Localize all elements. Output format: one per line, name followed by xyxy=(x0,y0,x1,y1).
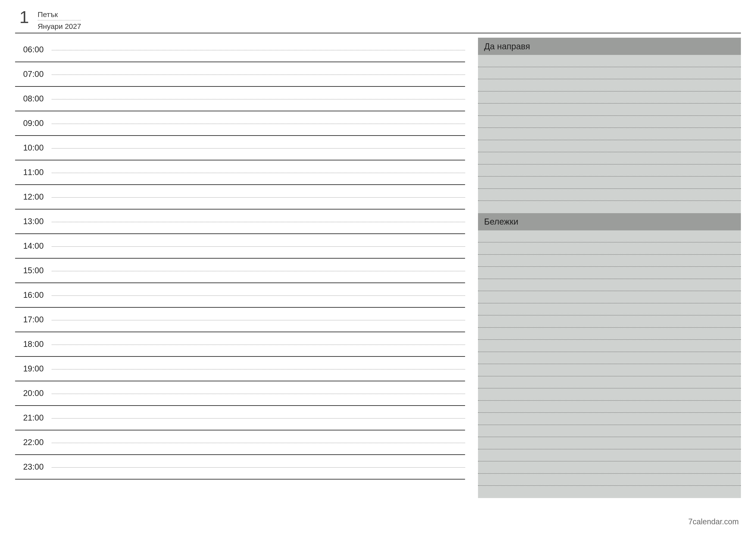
notes-line xyxy=(478,340,741,352)
todo-line xyxy=(478,116,741,128)
hour-writing-line xyxy=(52,344,465,345)
hour-label: 14:00 xyxy=(15,242,52,251)
todo-line xyxy=(478,128,741,140)
notes-line xyxy=(478,486,741,498)
notes-line xyxy=(478,364,741,376)
hour-row: 07:00 xyxy=(15,62,465,87)
hour-row: 20:00 xyxy=(15,381,465,406)
hour-row: 19:00 xyxy=(15,357,465,381)
hour-label: 16:00 xyxy=(15,291,52,300)
hour-label: 11:00 xyxy=(15,168,52,177)
todo-line xyxy=(478,55,741,67)
hour-row: 15:00 xyxy=(15,259,465,283)
hour-label: 17:00 xyxy=(15,315,52,324)
hour-row: 22:00 xyxy=(15,430,465,455)
date-header: 1 Петък Януари 2027 xyxy=(15,9,741,31)
hour-writing-line xyxy=(52,173,465,173)
todo-line xyxy=(478,177,741,189)
hour-label: 19:00 xyxy=(15,364,52,373)
notes-line xyxy=(478,449,741,462)
notes-line xyxy=(478,255,741,267)
notes-line xyxy=(478,437,741,449)
hour-label: 13:00 xyxy=(15,217,52,226)
todo-line xyxy=(478,140,741,152)
notes-panel: Бележки xyxy=(478,213,741,498)
hour-row: 21:00 xyxy=(15,406,465,430)
month-year-label: Януари 2027 xyxy=(38,20,81,31)
hour-row: 11:00 xyxy=(15,161,465,185)
hour-row: 13:00 xyxy=(15,210,465,234)
hour-writing-line xyxy=(52,443,465,443)
notes-line xyxy=(478,291,741,303)
hour-writing-line xyxy=(52,246,465,247)
hour-writing-line xyxy=(52,99,465,99)
todo-line xyxy=(478,104,741,116)
notes-lines xyxy=(478,230,741,498)
notes-line xyxy=(478,242,741,255)
hour-writing-line xyxy=(52,369,465,369)
hour-label: 06:00 xyxy=(15,45,52,54)
notes-line xyxy=(478,401,741,413)
todo-line xyxy=(478,152,741,165)
hour-writing-line xyxy=(52,197,465,198)
notes-line xyxy=(478,267,741,279)
notes-line xyxy=(478,389,741,401)
notes-line xyxy=(478,230,741,243)
footer-brand: 7calendar.com xyxy=(688,517,739,526)
hour-writing-line xyxy=(52,295,465,296)
hour-label: 20:00 xyxy=(15,389,52,398)
hour-writing-line xyxy=(52,50,465,50)
todo-line xyxy=(478,67,741,79)
header-divider xyxy=(15,33,741,33)
hour-writing-line xyxy=(52,394,465,394)
hour-label: 18:00 xyxy=(15,340,52,349)
hour-label: 15:00 xyxy=(15,266,52,275)
notes-line xyxy=(478,303,741,316)
day-number: 1 xyxy=(19,9,29,26)
notes-line xyxy=(478,425,741,437)
hour-row: 14:00 xyxy=(15,234,465,259)
todo-line xyxy=(478,79,741,91)
hour-label: 23:00 xyxy=(15,462,52,471)
weekday-label: Петък xyxy=(38,10,81,20)
todo-line xyxy=(478,91,741,104)
hour-label: 21:00 xyxy=(15,413,52,422)
hour-label: 12:00 xyxy=(15,192,52,202)
hour-label: 22:00 xyxy=(15,438,52,447)
todo-panel: Да направя xyxy=(478,38,741,213)
todo-line xyxy=(478,165,741,177)
notes-line xyxy=(478,316,741,328)
hour-row: 12:00 xyxy=(15,185,465,210)
hour-row: 23:00 xyxy=(15,455,465,479)
hour-writing-line xyxy=(52,148,465,149)
hour-writing-line xyxy=(52,467,465,468)
todo-title: Да направя xyxy=(478,38,741,55)
notes-line xyxy=(478,352,741,364)
notes-line xyxy=(478,413,741,425)
hour-writing-line xyxy=(52,271,465,271)
todo-line xyxy=(478,189,741,201)
hour-label: 07:00 xyxy=(15,69,52,79)
hour-row: 17:00 xyxy=(15,308,465,332)
sidebar: Да направя Бележки xyxy=(478,38,741,498)
hour-label: 08:00 xyxy=(15,94,52,103)
hour-row: 18:00 xyxy=(15,332,465,357)
day-meta: Петък Януари 2027 xyxy=(38,9,81,31)
notes-line xyxy=(478,279,741,291)
todo-line xyxy=(478,201,741,213)
hour-label: 10:00 xyxy=(15,143,52,152)
hour-writing-line xyxy=(52,222,465,222)
hour-row: 09:00 xyxy=(15,111,465,136)
hour-row: 10:00 xyxy=(15,136,465,161)
notes-line xyxy=(478,328,741,340)
hour-row: 08:00 xyxy=(15,87,465,111)
hour-writing-line xyxy=(52,320,465,320)
notes-line xyxy=(478,376,741,389)
hour-writing-line xyxy=(52,418,465,419)
hourly-schedule: 06:0007:0008:0009:0010:0011:0012:0013:00… xyxy=(15,38,465,498)
hour-writing-line xyxy=(52,74,465,75)
notes-title: Бележки xyxy=(478,213,741,230)
todo-lines xyxy=(478,55,741,213)
hour-writing-line xyxy=(52,124,465,124)
notes-line xyxy=(478,461,741,474)
